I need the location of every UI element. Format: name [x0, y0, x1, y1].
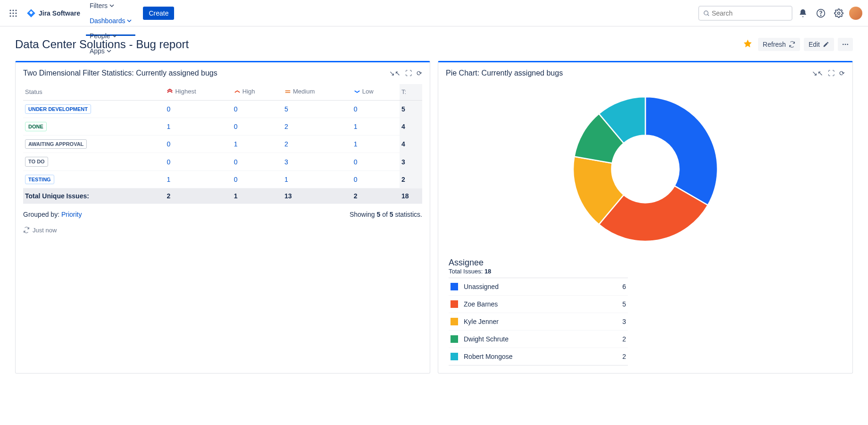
legend-item[interactable]: Kyle Jenner3 — [449, 313, 628, 330]
priority-medium-icon: Medium — [284, 88, 315, 95]
svg-point-1 — [12, 9, 14, 11]
priority-low-icon: Low — [354, 88, 374, 95]
svg-point-6 — [9, 15, 11, 17]
cell-link[interactable]: 1 — [354, 123, 358, 130]
color-swatch — [451, 353, 458, 360]
edit-label: Edit — [809, 41, 820, 48]
status-lozenge[interactable]: AWAITING APPROVAL — [25, 139, 87, 149]
cell-link[interactable]: 2 — [284, 123, 288, 130]
nav-filters[interactable]: Filters — [86, 0, 118, 13]
search-box[interactable] — [698, 6, 793, 21]
cell-link[interactable]: 0 — [354, 158, 358, 166]
table-row: TO DO00303 — [23, 153, 422, 170]
svg-point-5 — [15, 12, 17, 14]
legend-count: 2 — [622, 335, 626, 343]
status-lozenge[interactable]: TESTING — [25, 175, 54, 184]
chevron-down-icon — [112, 34, 117, 38]
more-button[interactable] — [838, 38, 853, 51]
col-status: Status — [23, 84, 165, 100]
legend-item[interactable]: Dwight Schrute2 — [449, 330, 628, 348]
stats-table: Status Highest High Medium LowT: UNDER D… — [23, 84, 422, 204]
svg-rect-18 — [285, 92, 291, 93]
star-icon[interactable] — [741, 37, 754, 51]
color-swatch — [451, 318, 458, 325]
cell-link[interactable]: 0 — [354, 105, 358, 113]
showing-stats: Showing 5 of 5 statistics. — [350, 211, 422, 218]
jira-logo[interactable]: Jira Software — [23, 8, 84, 18]
cell-link[interactable]: 1 — [167, 123, 170, 130]
legend-subtitle: Total Issues: 18 — [449, 268, 845, 275]
legend-count: 6 — [622, 283, 626, 290]
maximize-icon[interactable]: ⛶ — [828, 69, 835, 77]
nav-apps[interactable]: Apps — [86, 43, 115, 59]
help-icon[interactable] — [813, 6, 828, 21]
cell-link[interactable]: 0 — [234, 176, 238, 183]
cell-link[interactable]: 0 — [234, 158, 238, 166]
row-total: 5 — [400, 100, 422, 118]
legend-item[interactable]: Robert Mongose2 — [449, 348, 628, 366]
cell-link[interactable]: 0 — [234, 123, 238, 130]
row-total: 3 — [400, 153, 422, 170]
gadget-title: Two Dimensional Filter Statistics: Curre… — [23, 69, 217, 77]
cell-link[interactable]: 0 — [167, 158, 170, 166]
reload-icon[interactable]: ⟳ — [417, 69, 422, 77]
nav-people[interactable]: People — [86, 28, 121, 43]
nav-dashboards[interactable]: Dashboards — [86, 13, 136, 28]
status-lozenge[interactable]: TO DO — [25, 157, 48, 166]
cell-link[interactable]: 0 — [167, 140, 170, 148]
legend-label: Unassigned — [464, 283, 499, 290]
status-lozenge[interactable]: UNDER DEVELOPMENT — [25, 104, 91, 114]
chevron-down-icon — [127, 18, 132, 23]
legend-label: Robert Mongose — [464, 353, 513, 360]
priority-high-icon: High — [234, 88, 255, 95]
legend-item[interactable]: Unassigned6 — [449, 278, 628, 295]
status-lozenge[interactable]: DONE — [25, 122, 47, 131]
legend-count: 5 — [622, 300, 626, 308]
cell-link[interactable]: 3 — [284, 158, 288, 166]
reload-icon[interactable]: ⟳ — [839, 69, 845, 77]
user-avatar[interactable] — [849, 7, 862, 20]
gadget-title: Pie Chart: Currently assigned bugs — [446, 69, 563, 77]
svg-point-4 — [12, 12, 14, 14]
svg-rect-17 — [285, 90, 291, 91]
table-row: TESTING10102 — [23, 170, 422, 188]
last-refresh[interactable]: Just now — [23, 225, 422, 234]
minimize-icon[interactable]: ↘↖ — [389, 69, 401, 77]
minimize-icon[interactable]: ↘↖ — [812, 69, 823, 77]
svg-point-14 — [843, 43, 844, 45]
cell-link[interactable]: 0 — [167, 105, 170, 113]
notifications-icon[interactable] — [795, 6, 810, 21]
maximize-icon[interactable]: ⛶ — [405, 69, 412, 77]
more-icon — [842, 41, 849, 48]
pencil-icon — [823, 41, 829, 48]
color-swatch — [451, 300, 458, 308]
legend-label: Zoe Barnes — [464, 300, 498, 308]
svg-point-2 — [15, 9, 17, 11]
cell-link[interactable]: 0 — [234, 105, 238, 113]
settings-icon[interactable] — [831, 6, 846, 21]
legend-count: 2 — [622, 353, 626, 360]
cell-link[interactable]: 1 — [167, 176, 170, 183]
search-icon — [703, 9, 710, 17]
edit-button[interactable]: Edit — [804, 38, 834, 51]
legend-item[interactable]: Zoe Barnes5 — [449, 295, 628, 313]
legend-title: Assignee — [449, 258, 845, 268]
cell-link[interactable]: 1 — [284, 176, 288, 183]
cell-link[interactable]: 5 — [284, 105, 288, 113]
cell-link[interactable]: 1 — [354, 140, 358, 148]
refresh-button[interactable]: Refresh — [758, 38, 800, 51]
color-swatch — [451, 335, 458, 343]
grouped-by-link[interactable]: Priority — [61, 211, 82, 218]
cell-link[interactable]: 0 — [354, 176, 358, 183]
cell-link[interactable]: 2 — [284, 140, 288, 148]
priority-highest-icon: Highest — [167, 88, 196, 95]
pie-slice[interactable] — [645, 97, 718, 205]
product-name: Jira Software — [39, 9, 80, 17]
cell-link[interactable]: 1 — [234, 140, 238, 148]
table-row: DONE10214 — [23, 118, 422, 135]
create-button[interactable]: Create — [143, 7, 174, 20]
row-total: 2 — [400, 170, 422, 188]
table-row: UNDER DEVELOPMENT00505 — [23, 100, 422, 118]
search-input[interactable] — [710, 8, 788, 19]
app-switcher[interactable] — [6, 6, 21, 21]
